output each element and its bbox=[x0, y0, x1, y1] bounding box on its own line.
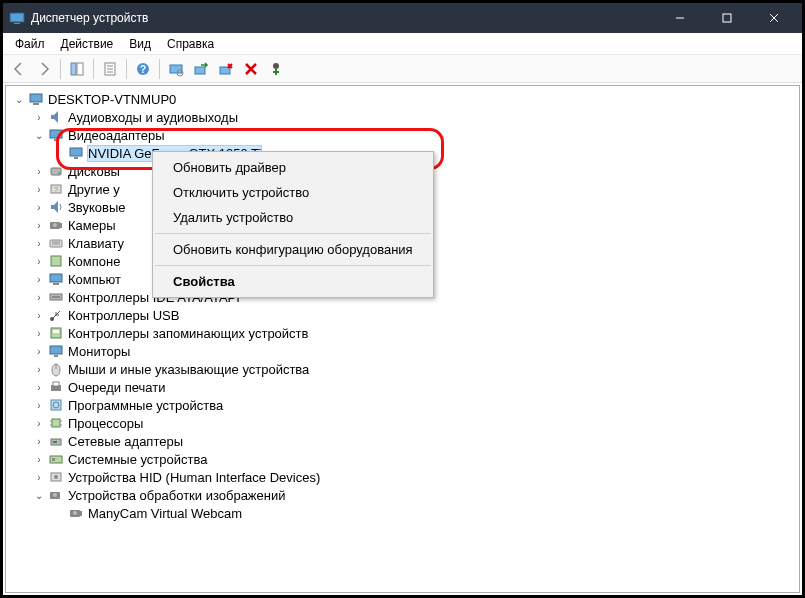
tree-category-label: Мыши и иные указывающие устройства bbox=[68, 362, 309, 377]
tree-category-label: Программные устройства bbox=[68, 398, 223, 413]
svg-rect-48 bbox=[53, 382, 59, 386]
device-tree[interactable]: ⌄ DESKTOP-VTNMUP0 ›Аудиовходы и аудиовых… bbox=[5, 85, 800, 593]
tree-category-label: Очереди печати bbox=[68, 380, 166, 395]
tree-root[interactable]: ⌄ DESKTOP-VTNMUP0 bbox=[8, 90, 797, 108]
svg-rect-25 bbox=[51, 168, 61, 175]
menu-view[interactable]: Вид bbox=[121, 35, 159, 53]
tree-category-label: Устройства HID (Human Interface Devices) bbox=[68, 470, 320, 485]
storage-icon bbox=[48, 325, 64, 341]
ctx-scan-hardware[interactable]: Обновить конфигурацию оборудования bbox=[153, 237, 433, 262]
tree-category[interactable]: ›Программные устройства bbox=[8, 396, 797, 414]
svg-rect-51 bbox=[52, 419, 60, 427]
caret-icon[interactable]: › bbox=[32, 110, 46, 124]
disable-button[interactable] bbox=[214, 57, 238, 81]
svg-rect-16 bbox=[195, 67, 205, 74]
tree-category[interactable]: ›Аудиовходы и аудиовыходы bbox=[8, 108, 797, 126]
caret-icon[interactable]: › bbox=[32, 218, 46, 232]
menubar: Файл Действие Вид Справка bbox=[3, 33, 802, 55]
window-title: Диспетчер устройств bbox=[31, 11, 657, 25]
menu-help[interactable]: Справка bbox=[159, 35, 222, 53]
caret-icon[interactable]: › bbox=[32, 326, 46, 340]
tree-category[interactable]: ›Контроллеры USB bbox=[8, 306, 797, 324]
menu-action[interactable]: Действие bbox=[53, 35, 122, 53]
pc-icon bbox=[48, 271, 64, 287]
display-icon bbox=[68, 145, 84, 161]
caret-icon[interactable]: › bbox=[32, 272, 46, 286]
scan-button[interactable] bbox=[164, 57, 188, 81]
tree-category[interactable]: ⌄Устройства обработки изображений bbox=[8, 486, 797, 504]
ctx-uninstall-device[interactable]: Удалить устройство bbox=[153, 205, 433, 230]
forward-button[interactable] bbox=[32, 57, 56, 81]
tree-category[interactable]: ›Очереди печати bbox=[8, 378, 797, 396]
tree-category[interactable]: ›Мыши и иные указывающие устройства bbox=[8, 360, 797, 378]
svg-rect-7 bbox=[77, 63, 83, 75]
caret-icon[interactable]: › bbox=[32, 344, 46, 358]
disk-icon bbox=[48, 163, 64, 179]
back-button[interactable] bbox=[7, 57, 31, 81]
monitor-icon bbox=[48, 343, 64, 359]
tree-category[interactable]: ›Контроллеры запоминающих устройств bbox=[8, 324, 797, 342]
svg-point-18 bbox=[273, 63, 279, 69]
ctx-update-driver[interactable]: Обновить драйвер bbox=[153, 155, 433, 180]
help-button[interactable]: ? bbox=[131, 57, 155, 81]
svg-point-65 bbox=[73, 511, 77, 515]
tree-category-label: Компоне bbox=[68, 254, 120, 269]
maximize-button[interactable] bbox=[704, 4, 749, 32]
caret-icon[interactable]: › bbox=[32, 452, 46, 466]
sys-icon bbox=[48, 451, 64, 467]
close-button[interactable] bbox=[751, 4, 796, 32]
ctx-properties[interactable]: Свойства bbox=[153, 269, 433, 294]
usb-icon bbox=[48, 307, 64, 323]
tree-category[interactable]: ›Сетевые адаптеры bbox=[8, 432, 797, 450]
svg-rect-20 bbox=[33, 103, 39, 105]
toolbar-separator bbox=[60, 59, 61, 79]
add-legacy-button[interactable] bbox=[264, 57, 288, 81]
tree-category[interactable]: ›Устройства HID (Human Interface Devices… bbox=[8, 468, 797, 486]
tree-category[interactable]: ›Процессоры bbox=[8, 414, 797, 432]
caret-icon[interactable]: › bbox=[32, 308, 46, 322]
caret-icon[interactable]: › bbox=[32, 416, 46, 430]
uninstall-button[interactable] bbox=[239, 57, 263, 81]
print-icon bbox=[48, 379, 64, 395]
ctx-disable-device[interactable]: Отключить устройство bbox=[153, 180, 433, 205]
update-driver-button[interactable] bbox=[189, 57, 213, 81]
caret-icon[interactable]: › bbox=[32, 182, 46, 196]
toolbar-separator bbox=[126, 59, 127, 79]
caret-icon[interactable]: › bbox=[32, 164, 46, 178]
caret-icon[interactable]: › bbox=[32, 380, 46, 394]
svg-rect-0 bbox=[10, 13, 24, 22]
caret-icon[interactable]: › bbox=[32, 236, 46, 250]
camera-icon bbox=[48, 217, 64, 233]
tree-category[interactable]: ›Мониторы bbox=[8, 342, 797, 360]
ide-icon bbox=[48, 289, 64, 305]
caret-icon[interactable]: ⌄ bbox=[32, 128, 46, 142]
caret-icon[interactable]: › bbox=[32, 290, 46, 304]
minimize-button[interactable] bbox=[657, 4, 702, 32]
svg-rect-66 bbox=[80, 511, 82, 516]
caret-icon[interactable]: › bbox=[32, 398, 46, 412]
svg-rect-21 bbox=[50, 130, 62, 138]
caret-icon[interactable]: › bbox=[32, 470, 46, 484]
comp-icon bbox=[48, 253, 64, 269]
context-menu: Обновить драйвер Отключить устройство Уд… bbox=[152, 151, 434, 298]
caret-icon[interactable]: › bbox=[32, 362, 46, 376]
svg-rect-22 bbox=[54, 139, 58, 141]
caret-icon[interactable]: ⌄ bbox=[12, 92, 26, 106]
tree-category-label: Контроллеры запоминающих устройств bbox=[68, 326, 308, 341]
caret-icon[interactable]: › bbox=[32, 254, 46, 268]
tree-device-label: ManyCam Virtual Webcam bbox=[88, 506, 242, 521]
svg-rect-36 bbox=[50, 274, 62, 282]
show-hide-button[interactable] bbox=[65, 57, 89, 81]
svg-point-30 bbox=[53, 223, 57, 227]
tree-category[interactable]: ⌄Видеоадаптеры bbox=[8, 126, 797, 144]
ctx-separator bbox=[155, 265, 431, 266]
tree-category[interactable]: ›Системные устройства bbox=[8, 450, 797, 468]
tree-device[interactable]: ManyCam Virtual Webcam bbox=[8, 504, 797, 522]
properties-button[interactable] bbox=[98, 57, 122, 81]
toolbar-separator bbox=[159, 59, 160, 79]
display-icon bbox=[48, 127, 64, 143]
caret-icon[interactable]: › bbox=[32, 434, 46, 448]
caret-icon[interactable]: › bbox=[32, 200, 46, 214]
caret-icon[interactable]: ⌄ bbox=[32, 488, 46, 502]
menu-file[interactable]: Файл bbox=[7, 35, 53, 53]
